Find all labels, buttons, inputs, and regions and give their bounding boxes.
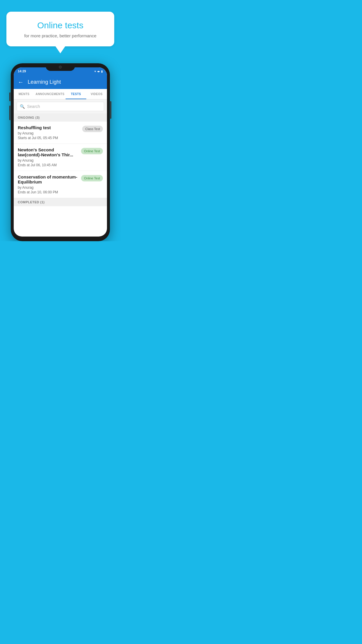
- test-info-conservation: Conservation of momentum-Equilibrium by …: [18, 174, 81, 194]
- bubble-title: Online tests: [15, 20, 106, 30]
- volume-down-button: [9, 106, 10, 120]
- test-item-reshuffling[interactable]: Reshuffling test by Anurag Starts at Jul…: [14, 122, 107, 144]
- test-name-reshuffling: Reshuffling test: [18, 125, 79, 130]
- test-name-conservation: Conservation of momentum-Equilibrium: [18, 174, 78, 184]
- phone-notch: [46, 63, 75, 71]
- back-button[interactable]: ←: [18, 79, 24, 85]
- test-author-newton: by Anurag: [18, 158, 78, 162]
- test-name-newton: Newton's Second law(contd)-Newton's Thir…: [18, 147, 78, 157]
- tabs-bar: MENTS ANNOUNCEMENTS TESTS VIDEOS: [14, 89, 107, 99]
- test-badge-online-newton: Online Test: [81, 148, 103, 154]
- speech-bubble: Online tests for more practice, better p…: [6, 12, 114, 46]
- test-badge-online-conservation: Online Test: [81, 175, 103, 181]
- completed-section-header: COMPLETED (1): [14, 198, 107, 206]
- bubble-area: Online tests for more practice, better p…: [0, 0, 121, 49]
- phone-shell: 14:29 ▾ ◂▸ ▮ ← Learning Light MENTS ANNO…: [11, 63, 110, 241]
- app-bar: ← Learning Light: [14, 75, 107, 89]
- front-camera: [59, 66, 62, 69]
- status-icons: ▾ ◂▸ ▮: [94, 70, 103, 73]
- test-date-newton: Ends at Jul 06, 10:45 AM: [18, 163, 78, 167]
- signal-icon: ◂▸: [97, 70, 100, 73]
- test-info-reshuffling: Reshuffling test by Anurag Starts at Jul…: [18, 125, 82, 140]
- phone-screen: 14:29 ▾ ◂▸ ▮ ← Learning Light MENTS ANNO…: [14, 67, 107, 237]
- ongoing-section-header: ONGOING (3): [14, 113, 107, 122]
- power-button: [110, 101, 111, 119]
- phone-wrapper: 14:29 ▾ ◂▸ ▮ ← Learning Light MENTS ANNO…: [11, 63, 110, 241]
- test-badge-class-reshuffling: Class Test: [82, 126, 103, 132]
- test-item-conservation[interactable]: Conservation of momentum-Equilibrium by …: [14, 171, 107, 198]
- test-item-newton[interactable]: Newton's Second law(contd)-Newton's Thir…: [14, 144, 107, 171]
- search-container: 🔍 Search: [14, 99, 107, 113]
- test-info-newton: Newton's Second law(contd)-Newton's Thir…: [18, 147, 81, 167]
- app-title: Learning Light: [28, 79, 61, 85]
- search-input[interactable]: Search: [27, 104, 40, 109]
- bubble-subtitle: for more practice, better performance: [15, 33, 106, 38]
- tab-announcements[interactable]: ANNOUNCEMENTS: [34, 89, 66, 99]
- tab-videos[interactable]: VIDEOS: [86, 89, 107, 99]
- volume-up-button: [9, 92, 10, 101]
- search-box[interactable]: 🔍 Search: [17, 102, 104, 111]
- test-author-conservation: by Anurag: [18, 186, 78, 190]
- battery-icon: ▮: [101, 70, 103, 73]
- test-date-conservation: Ends at Jun 10, 06:00 PM: [18, 190, 78, 194]
- tab-ments[interactable]: MENTS: [14, 89, 34, 99]
- tab-tests[interactable]: TESTS: [66, 89, 86, 99]
- test-author-reshuffling: by Anurag: [18, 131, 79, 135]
- status-time: 14:29: [18, 69, 26, 73]
- test-date-reshuffling: Starts at Jul 05, 05:45 PM: [18, 136, 79, 140]
- wifi-icon: ▾: [94, 70, 96, 73]
- search-icon: 🔍: [20, 104, 25, 109]
